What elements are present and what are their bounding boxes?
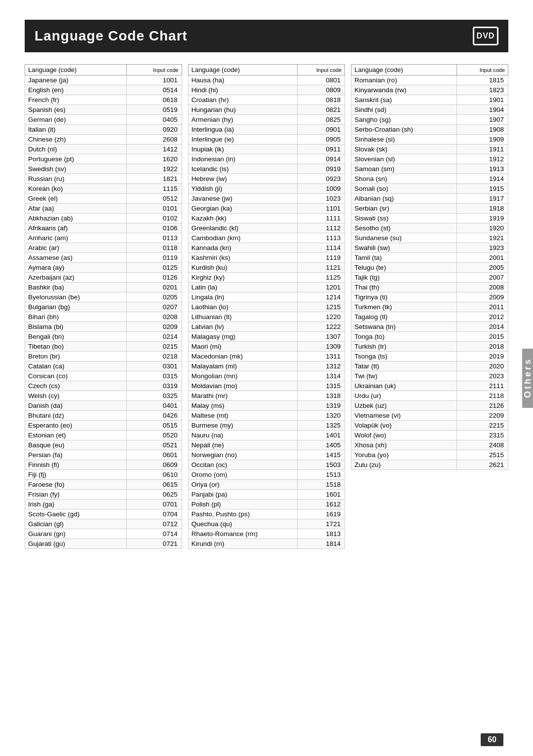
language-name: Tsonga (ts): [351, 352, 457, 361]
language-name: Urdu (ur): [351, 391, 457, 401]
table-row: Hindi (hi)0809: [188, 85, 345, 95]
table-row: Sanskrit (sa)1901: [351, 95, 508, 105]
language-name: English (en): [25, 85, 127, 95]
table-row: Frisian (fy)0625: [25, 490, 182, 500]
language-name: Tamil (ta): [351, 253, 457, 263]
table-row: Breton (br)0218: [25, 352, 182, 361]
table-row: Latvian (lv)1222: [188, 322, 345, 332]
table-row: Korean (ko)1115: [25, 184, 182, 194]
table-row: English (en)0514: [25, 85, 182, 95]
language-name: Catalan (ca): [25, 361, 127, 371]
table-row: Greek (el)0512: [25, 194, 182, 204]
language-name: Hausa (ha): [188, 75, 297, 85]
language-name: Volapük (vo): [351, 421, 457, 431]
language-name: Polish (pl): [188, 500, 297, 509]
input-code: 1918: [457, 204, 508, 214]
side-tab-label: Others: [523, 358, 533, 398]
input-code: 1222: [297, 322, 345, 332]
language-name: Tibetan (bo): [25, 342, 127, 352]
input-code: 0426: [126, 411, 182, 421]
input-code: 1115: [126, 184, 182, 194]
input-code: 1201: [297, 283, 345, 292]
table-row: Tigrinya (ti)2009: [351, 292, 508, 302]
language-name: Kannada (kn): [188, 243, 297, 253]
language-name: Thai (th): [351, 283, 457, 292]
language-name: Oriya (or): [188, 480, 297, 490]
table-row: Tsonga (ts)2019: [351, 352, 508, 361]
input-code: 2020: [457, 361, 508, 371]
language-name: Twi (tw): [351, 371, 457, 381]
language-name: Maori (mi): [188, 342, 297, 352]
input-code: 1114: [297, 243, 345, 253]
language-name: Interlingua (ia): [188, 125, 297, 135]
input-code: 2008: [457, 283, 508, 292]
table-row: Byelorussian (be)0205: [25, 292, 182, 302]
table-row: Bihari (bh)0208: [25, 312, 182, 322]
input-code: 1921: [457, 233, 508, 243]
language-name: Amharic (am): [25, 233, 127, 243]
input-code: 0515: [126, 421, 182, 431]
input-code: 1823: [457, 85, 508, 95]
language-name: Afar (aa): [25, 204, 127, 214]
language-name: Bislama (bi): [25, 322, 127, 332]
col-header-0: Language (code): [188, 65, 297, 75]
table-row: Interlingue (ie)0905: [188, 135, 345, 144]
language-name: Uzbek (uz): [351, 401, 457, 411]
table-row: Basque (eu)0521: [25, 440, 182, 450]
input-code: 2408: [457, 440, 508, 450]
language-name: Kurdish (ku): [188, 263, 297, 273]
table-row: Laothian (lo)1215: [188, 302, 345, 312]
language-name: Sangho (sg): [351, 115, 457, 125]
language-name: Bashkir (ba): [25, 283, 127, 292]
table-row: Polish (pl)1612: [188, 500, 345, 509]
language-name: Lingala (ln): [188, 292, 297, 302]
input-code: 0625: [126, 490, 182, 500]
input-code: 2315: [457, 431, 508, 440]
col-header-1: Input code: [457, 65, 508, 75]
language-name: Kirghiz (ky): [188, 273, 297, 283]
input-code: 0801: [297, 75, 345, 85]
table-row: Yiddish (ji)1009: [188, 184, 345, 194]
table-row: Swahili (sw)1923: [351, 243, 508, 253]
table-row: Xhosa (xh)2408: [351, 440, 508, 450]
table-row: Armenian (hy)0825: [188, 115, 345, 125]
language-name: Welsh (cy): [25, 391, 127, 401]
table-row: Russian (ru)1821: [25, 174, 182, 184]
input-code: 0119: [126, 253, 182, 263]
input-code: 0615: [126, 480, 182, 490]
input-code: 0721: [126, 539, 182, 549]
input-code: 1125: [297, 273, 345, 283]
input-code: 0218: [126, 352, 182, 361]
input-code: 1814: [297, 539, 345, 549]
language-name: Sesotho (st): [351, 223, 457, 233]
input-code: 1721: [297, 519, 345, 529]
table-row: Amharic (am)0113: [25, 233, 182, 243]
language-name: Croatian (hr): [188, 95, 297, 105]
language-name: Nepali (ne): [188, 440, 297, 450]
language-name: Greenlandic (kl): [188, 223, 297, 233]
language-name: Bengali (bn): [25, 332, 127, 342]
table-row: Portuguese (pt)1620: [25, 154, 182, 164]
table-row: Macedonian (mk)1311: [188, 352, 345, 361]
language-name: Icelandic (is): [188, 164, 297, 174]
language-name: Serbo-Croatian (sh): [351, 125, 457, 135]
input-code: 0905: [297, 135, 345, 144]
language-name: Gujarati (gu): [25, 539, 127, 549]
input-code: 1513: [297, 470, 345, 480]
table-row: Shona (sn)1914: [351, 174, 508, 184]
input-code: 2215: [457, 421, 508, 431]
table-row: Tatar (tt)2020: [351, 361, 508, 371]
language-table-3: Language (code)Input codeRomanian (ro)18…: [351, 64, 508, 470]
table-row: Finnish (fi)0609: [25, 460, 182, 470]
table-row: Spanish (es)0519: [25, 105, 182, 115]
language-name: Dutch (nl): [25, 144, 127, 154]
input-code: 2007: [457, 273, 508, 283]
table-row: Volapük (vo)2215: [351, 421, 508, 431]
language-name: Oromo (om): [188, 470, 297, 480]
language-name: German (de): [25, 115, 127, 125]
table-row: Burmese (my)1325: [188, 421, 345, 431]
language-name: Chinese (zh): [25, 135, 127, 144]
input-code: 2011: [457, 302, 508, 312]
language-name: Norwegian (no): [188, 450, 297, 460]
table-row: Vietnamese (vi)2209: [351, 411, 508, 421]
